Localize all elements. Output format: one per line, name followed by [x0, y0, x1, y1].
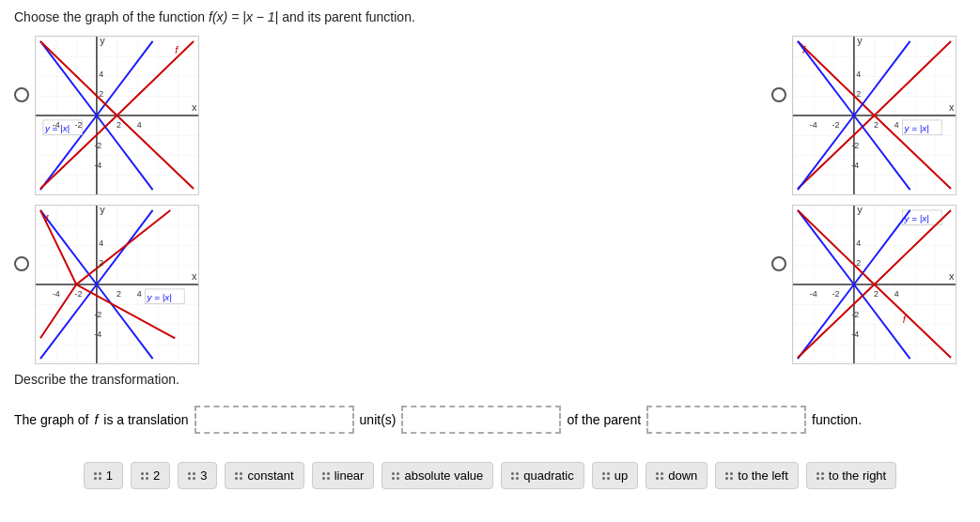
svg-text:4: 4 [856, 69, 861, 79]
graph-2: x y f y = |x| -4 -2 [35, 205, 199, 364]
radio-option-2[interactable] [14, 256, 29, 271]
svg-text:4: 4 [137, 289, 142, 299]
left-graph-options: x y y = |x| f -4 [14, 36, 199, 364]
radio-option-1[interactable] [14, 87, 29, 102]
chip-to-the-left-label: to the left [738, 468, 787, 483]
graph-option-4: x y y = |x| f -4 [771, 205, 957, 364]
chip-up-dots [602, 472, 610, 480]
is-translation: is a translation [103, 412, 188, 427]
chip-quadratic[interactable]: quadratic [501, 462, 583, 489]
svg-text:-2: -2 [832, 289, 840, 299]
chip-1-label: 1 [106, 468, 113, 483]
graph-3: x y f y = |x| -4 [792, 36, 957, 195]
chip-quadratic-label: quadratic [523, 468, 573, 483]
svg-text:-4: -4 [810, 120, 817, 130]
chip-down[interactable]: down [646, 462, 708, 489]
chip-up[interactable]: up [592, 462, 638, 489]
chip-constant-dots [235, 472, 242, 480]
svg-text:2: 2 [99, 258, 103, 268]
svg-text:-2: -2 [75, 289, 83, 299]
chip-up-label: up [614, 468, 628, 483]
svg-text:x: x [949, 270, 955, 282]
of-parent: of the parent [567, 412, 641, 427]
graph-svg-3: x y f y = |x| -4 [793, 37, 956, 194]
svg-text:-2: -2 [94, 310, 101, 319]
drag-chips: 1 2 3 constant linear [14, 462, 966, 489]
graph-svg-2: x y f y = |x| -4 -2 [36, 206, 198, 363]
direction-drop[interactable] [401, 406, 561, 434]
chip-linear[interactable]: linear [312, 462, 375, 489]
svg-text:y: y [857, 37, 863, 46]
svg-text:2: 2 [117, 289, 121, 299]
svg-text:-2: -2 [94, 141, 101, 150]
graph-option-2: x y f y = |x| -4 -2 [14, 205, 199, 364]
svg-text:2: 2 [99, 89, 103, 99]
chip-3-label: 3 [200, 468, 207, 483]
sentence-start: The graph of [14, 412, 88, 427]
svg-text:x: x [949, 101, 955, 113]
chip-absolute-value[interactable]: absolute value [381, 462, 493, 489]
chip-1-dots [94, 472, 101, 480]
chip-quadratic-dots [511, 472, 519, 480]
svg-text:4: 4 [894, 120, 899, 130]
radio-option-3[interactable] [771, 87, 786, 102]
chip-2-label: 2 [153, 468, 160, 483]
page: Choose the graph of the function f(x) = … [0, 0, 980, 499]
chip-3-dots [188, 472, 195, 480]
svg-text:-4: -4 [810, 289, 817, 299]
translation-row: The graph of f is a translation unit(s) … [14, 406, 966, 434]
svg-text:-2: -2 [851, 141, 859, 150]
function-type-drop[interactable] [646, 406, 806, 434]
svg-text:-4: -4 [851, 330, 859, 339]
chip-down-label: down [668, 468, 697, 483]
svg-text:y = |x|: y = |x| [147, 292, 172, 302]
translation-amount-drop[interactable] [194, 406, 354, 434]
chip-to-the-left[interactable]: to the left [715, 462, 798, 489]
chip-to-the-right-label: to the right [829, 468, 886, 483]
svg-text:-4: -4 [94, 161, 101, 170]
chip-constant-label: constant [247, 468, 293, 483]
svg-text:x: x [192, 101, 197, 113]
chip-3[interactable]: 3 [178, 462, 217, 489]
chip-2[interactable]: 2 [131, 462, 170, 489]
chip-abs-dots [392, 472, 399, 480]
svg-text:y: y [100, 37, 105, 46]
chip-2-dots [141, 472, 148, 480]
svg-text:y: y [857, 206, 863, 215]
describe-label: Describe the transformation. [14, 372, 179, 387]
chip-left-dots [725, 472, 733, 480]
right-graph-options: x y f y = |x| -4 [771, 36, 957, 364]
svg-text:-4: -4 [53, 120, 60, 130]
chip-linear-dots [322, 472, 330, 480]
svg-text:-4: -4 [851, 161, 859, 170]
svg-text:y = |x|: y = |x| [904, 123, 929, 133]
chip-to-the-right[interactable]: to the right [806, 462, 896, 489]
chip-linear-label: linear [334, 468, 365, 483]
svg-text:-2: -2 [832, 120, 840, 130]
chip-constant[interactable]: constant [225, 462, 303, 489]
svg-text:y: y [100, 206, 105, 215]
svg-text:2: 2 [117, 120, 121, 130]
graph-option-1: x y y = |x| f -4 [14, 36, 199, 195]
svg-text:2: 2 [874, 120, 879, 130]
function-expression: f(x) = |x − 1| [209, 9, 282, 24]
svg-text:4: 4 [99, 238, 103, 248]
chip-absolute-value-label: absolute value [404, 468, 483, 483]
question-text: Choose the graph of the function f(x) = … [14, 9, 966, 24]
svg-text:-2: -2 [75, 120, 83, 130]
chip-1[interactable]: 1 [84, 462, 123, 489]
svg-text:-2: -2 [851, 310, 859, 319]
svg-text:4: 4 [856, 238, 861, 248]
describe-section: Describe the transformation. [14, 372, 966, 387]
svg-text:-4: -4 [94, 330, 101, 339]
chip-down-dots [656, 472, 663, 480]
radio-option-4[interactable] [771, 256, 786, 271]
function-label: function. [812, 412, 862, 427]
graph-4: x y y = |x| f -4 [792, 205, 957, 364]
svg-text:4: 4 [137, 120, 142, 130]
svg-text:x: x [192, 270, 197, 282]
svg-text:2: 2 [874, 289, 879, 299]
svg-text:2: 2 [856, 89, 861, 99]
graph-svg-1: x y y = |x| f -4 [36, 37, 198, 194]
f-label: f [94, 412, 98, 427]
